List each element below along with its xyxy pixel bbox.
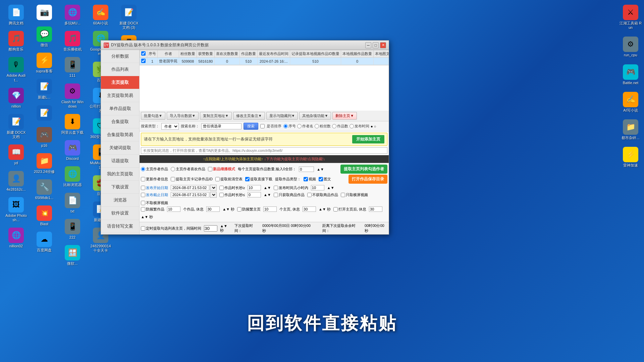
desktop-icon-2023-24[interactable]: 📁 2023.24径修 — [32, 152, 57, 175]
pub-start-select[interactable]: ▼ — [210, 185, 217, 191]
pub-end-input[interactable] — [171, 192, 209, 197]
sidebar-item-download[interactable]: 下载设置 — [101, 181, 139, 194]
edit-note-button[interactable]: 修改主页备注▼ — [233, 112, 265, 120]
pub-end-chk: 发布截止日期 — [141, 192, 168, 197]
desktop-icon-thunder[interactable]: ⚡ 雷神加速 — [618, 145, 643, 169]
sidebar-item-keyword[interactable]: 关键词提取 — [101, 141, 139, 155]
desktop-icon-supra[interactable]: ⚡ supra客客 — [32, 51, 57, 75]
desktop-icon-app222[interactable]: 📱 222 — [60, 218, 85, 241]
icon-img-new-docx3: 📝 — [121, 5, 137, 20]
desktop-icon-discord[interactable]: 🎮 Discord — [60, 139, 85, 162]
sidebar-item-works-list[interactable]: 作品列表 — [101, 63, 139, 76]
hint-bar[interactable]: ↑点我隐藏!上方功能为添加主页功能↑ ↓下方功能为提取主页功能!点我隐藏!↓ — [140, 155, 389, 163]
mode-author-radio: 主页作者作品 — [141, 167, 168, 172]
maximize-button[interactable]: □ — [373, 42, 379, 48]
desktop-icon-blast[interactable]: 💥 Blast — [32, 204, 57, 228]
pub-start-input[interactable] — [171, 185, 209, 190]
sidebar-item-my-home[interactable]: 我的主页提取 — [101, 168, 139, 181]
anti-freq-home-count[interactable] — [263, 206, 277, 212]
copy-home-button[interactable]: 复制主页地址▼ — [200, 112, 232, 120]
sidebar-item-topic[interactable]: 话题提取 — [101, 155, 139, 168]
sidebar-item-home-extract[interactable]: 主页提取 — [101, 76, 139, 89]
search-type-select[interactable]: 作者 作品 话题 — [161, 123, 179, 130]
desktop-icon-ai-write[interactable]: ✍ AI写小说 — [618, 90, 643, 114]
icon-img-ai120: ✍ — [93, 5, 108, 20]
count-input[interactable] — [299, 167, 314, 172]
desktop-icon-clash-windows[interactable]: ⚙ Clash for Windows — [60, 82, 85, 110]
desktop-icon-qrcode[interactable]: 📷 — [32, 3, 57, 22]
col-header-获赞数量: 获赞数量 — [197, 50, 215, 58]
desktop-icon-nillion[interactable]: 💎 nillion — [3, 86, 29, 110]
other-func-button[interactable]: 其他杂项功能▼ — [299, 112, 331, 120]
desktop-icon-wps2[interactable]: 📝 — [32, 104, 57, 123]
icon-label-photo-4e28: 4e28162c... — [6, 187, 26, 192]
desktop-icon-muyun[interactable]: 🌐 多玩MU... — [60, 3, 85, 27]
anti-freq-home-time[interactable] — [303, 206, 316, 212]
desktop-icon-microsoft[interactable]: 🪟 微软... — [60, 244, 85, 267]
desktop-icon-photo-4e28[interactable]: 👤 4e28162c... — [3, 170, 29, 193]
desktop-icon-adobe-audition[interactable]: 🎙 Adobe Audit... — [3, 56, 29, 83]
delete-home-button[interactable]: 删除主页▼ — [332, 112, 357, 120]
desktop-icon-netease-music[interactable]: 🎵 酷狗音乐 — [3, 29, 29, 53]
search-button[interactable]: 搜索 — [244, 123, 258, 130]
sidebar-item-home-simple[interactable]: 主页提取简易 — [101, 89, 139, 102]
data-table: 序号作者粉丝数量获赞数量喜欢次数数量作品数量最近发布作品时间记录提取本地视频作品… — [140, 50, 389, 65]
desktop-icon-txt[interactable]: 📄 txt — [60, 191, 85, 215]
sidebar-item-browser[interactable]: 浏览器 — [101, 194, 139, 207]
desktop-icon-biyou[interactable]: 🌐 比标浏览器 — [60, 165, 85, 188]
sidebar-item-analyze[interactable]: 分析数据 — [101, 50, 139, 63]
desktop-icon-battle-net[interactable]: 🎮 Battle.net — [618, 63, 643, 86]
import-export-button[interactable]: 导入导出数据▼ — [167, 112, 199, 120]
add-home-button[interactable]: 开始添加主页 — [352, 135, 384, 143]
desktop-icon-tencent-doc[interactable]: 📄 腾讯文档 — [3, 3, 29, 27]
sort-checkbox[interactable] — [260, 124, 265, 128]
desktop-icon-adobe-ps[interactable]: 🖼 Adobe Photosh... — [3, 196, 29, 224]
desktop-icon-wps[interactable]: 📝 新建 DOCX 文档 — [3, 113, 29, 140]
anti-freq-works-count[interactable] — [167, 206, 180, 212]
desktop-icon-ai120[interactable]: ✍ 60AI小说 — [88, 3, 113, 27]
open-dir-button[interactable]: 打开作品保存目录 — [348, 175, 387, 184]
desktop-icon-nillion02[interactable]: 🌐 nillion02 — [3, 226, 29, 250]
desktop-icon-jianghu[interactable]: ⚔ 江湖工具箱 Run — [618, 3, 643, 31]
icon-img-blast: 💥 — [37, 205, 52, 221]
icon-label-adobe-audition: Adobe Audit... — [5, 73, 28, 82]
pub-end-select[interactable]: ▼ — [210, 192, 217, 198]
minimize-button[interactable]: ─ — [365, 42, 371, 48]
works-len-max-input[interactable] — [248, 192, 261, 197]
batch-select-button[interactable]: 批量勾选▼ — [141, 112, 165, 120]
table-row[interactable]: 1曾老国学苑509908581618005102024-07-26 16:...… — [140, 58, 389, 65]
desktop-icon-run-cpu[interactable]: ⚙ run_cpu — [618, 35, 643, 59]
sidebar-item-single-work[interactable]: 单作品提取 — [101, 102, 139, 115]
desktop-icon-new-docx3[interactable]: 📝 新建 DOCX 文档 (3) — [116, 3, 142, 31]
update-info-chk: 更新作者信息 — [141, 177, 168, 182]
icon-label-biyou: 比标浏览器 — [63, 183, 82, 187]
desktop-icon-misc[interactable]: 📁 都市杂碎... — [618, 118, 643, 141]
desktop-icon-65198db1[interactable]: 🔧 65l98db1... — [32, 178, 57, 201]
sidebar-item-tutorial[interactable]: 使用教程 — [101, 233, 139, 234]
extract-list-button[interactable]: 提取主页列表勾选作者 — [340, 165, 387, 174]
sidebar-item-software-settings[interactable]: 软件设置 — [101, 207, 139, 220]
icon-label-2023-24: 2023.24径修 — [34, 170, 55, 174]
scheduled-interval[interactable] — [204, 225, 217, 232]
sidebar-item-collection[interactable]: 合集提取 — [101, 115, 139, 128]
show-hide-button[interactable]: 显示与隐藏列▼ — [266, 112, 298, 120]
desktop-icon-p16[interactable]: 🎮 p16 — [32, 126, 57, 149]
close-button[interactable]: ✕ — [380, 42, 386, 48]
desktop-icon-music[interactable]: 🎵 音乐播收机 — [60, 29, 85, 53]
sidebar-item-collection-simple[interactable]: 合集提取简易 — [101, 128, 139, 141]
search-name-input[interactable] — [201, 123, 241, 129]
anti-freq-works-time[interactable] — [206, 206, 220, 212]
open-first-page-time[interactable] — [369, 206, 382, 212]
desktop-icon-baidu-netdisk[interactable]: ☁ 百度网盘 — [32, 230, 57, 254]
works-len-min-input[interactable] — [248, 185, 261, 190]
sidebar-item-voice-convert[interactable]: 语音转写文案 — [101, 220, 139, 233]
desktop-icon-app111[interactable]: 📱 111 — [60, 56, 85, 79]
url-input[interactable] — [141, 147, 387, 154]
desktop-icon-new-docx[interactable]: 📝 新建L... — [32, 77, 57, 101]
pub-hrs-input[interactable] — [311, 185, 324, 190]
desktop-icon-cloud-download[interactable]: ⬇ 阿里云盘下载 — [60, 113, 85, 136]
desktop-icon-youdao[interactable]: 📖 yd — [3, 143, 29, 167]
icon-label-nillion: nillion — [11, 104, 21, 109]
desktop-icon-weixin[interactable]: 💬 微信 — [32, 25, 57, 49]
icon-img-p16: 🎮 — [37, 127, 52, 142]
